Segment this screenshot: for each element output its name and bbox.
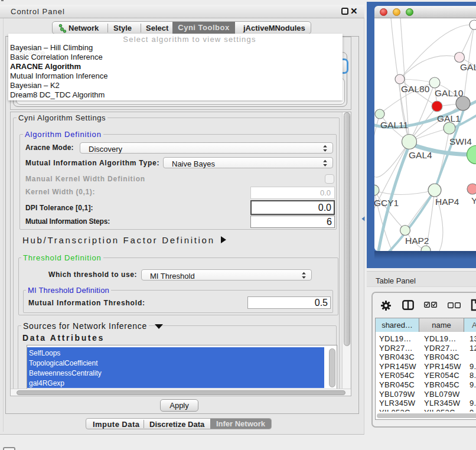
svg-text:GAL: GAL: [460, 62, 476, 72]
svg-text:GAL4: GAL4: [409, 150, 432, 160]
svg-text:Y: Y: [471, 195, 476, 206]
svg-text:GCY1: GCY1: [374, 198, 399, 208]
svg-text:GAL11: GAL11: [380, 120, 408, 130]
svg-text:HAP2: HAP2: [405, 236, 429, 246]
svg-text:HAP4: HAP4: [435, 197, 459, 207]
svg-text:GAL80: GAL80: [401, 84, 430, 94]
svg-text:GAL1: GAL1: [437, 113, 461, 123]
svg-text:GAL10: GAL10: [435, 88, 464, 98]
svg-text:SWI4: SWI4: [449, 136, 472, 146]
